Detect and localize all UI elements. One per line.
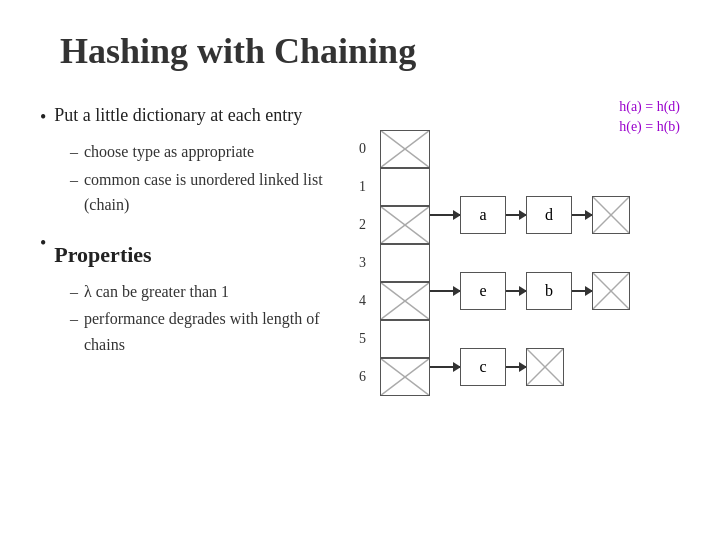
chain-node-b: b	[526, 272, 572, 310]
left-panel: • Put a little dictionary at each entry …	[40, 102, 360, 368]
svg-line-2	[381, 207, 428, 243]
slide-title: Hashing with Chaining	[60, 30, 680, 72]
hash-cell-1: 1	[380, 168, 430, 206]
sub-bullets-1: – choose type as appropriate – common ca…	[70, 139, 360, 218]
svg-line-5	[381, 283, 428, 319]
bullet-dot-2: •	[40, 230, 46, 257]
bullet-1-text: Put a little dictionary at each entry	[54, 102, 302, 129]
svg-line-4	[381, 283, 428, 319]
chain-arrow-2a	[430, 290, 460, 292]
dash-3: –	[70, 279, 78, 305]
sub-bullet-4-text: performance degrades with length of chai…	[84, 306, 360, 357]
chain-node-a: a	[460, 196, 506, 234]
chain-arrow-1c	[572, 214, 592, 216]
svg-line-6	[381, 359, 428, 395]
sub-bullet-2: – common case is unordered linked list (…	[70, 167, 360, 218]
chain-node-e: e	[460, 272, 506, 310]
cell-label-5: 5	[359, 331, 366, 347]
hash-cell-3: 3	[380, 244, 430, 282]
chain-node-d-label: d	[545, 206, 553, 224]
content-area: • Put a little dictionary at each entry …	[40, 102, 680, 420]
svg-line-7	[381, 359, 428, 395]
bullet-2: • Properties	[40, 228, 360, 271]
bullet-1: • Put a little dictionary at each entry	[40, 102, 360, 131]
diagram-wrapper: 0 1 2 3	[380, 130, 650, 420]
chain-node-d: d	[526, 196, 572, 234]
sub-bullet-3-text: λ can be greater than 1	[84, 279, 229, 305]
chain-arrow-2b	[506, 290, 526, 292]
dash-1: –	[70, 139, 78, 165]
right-panel: h(a) = h(d) h(e) = h(b) 0 1	[380, 102, 680, 420]
sub-bullet-4: – performance degrades with length of ch…	[70, 306, 360, 357]
cell-label-1: 1	[359, 179, 366, 195]
hash-cell-0: 0	[380, 130, 430, 168]
sub-bullet-3: – λ can be greater than 1	[70, 279, 360, 305]
chain-arrow-1b	[506, 214, 526, 216]
sub-bullets-2: – λ can be greater than 1 – performance …	[70, 279, 360, 358]
dash-2: –	[70, 167, 78, 193]
chain-row-2: e b	[430, 272, 630, 310]
svg-line-3	[381, 207, 428, 243]
hash-cell-2: 2	[380, 206, 430, 244]
hash-note-line1: h(a) = h(d)	[619, 97, 680, 117]
chain-end-3	[526, 348, 564, 386]
cell-label-4: 4	[359, 293, 366, 309]
cell-label-6: 6	[359, 369, 366, 385]
chain-node-c-label: c	[479, 358, 486, 376]
chain-end-2	[592, 272, 630, 310]
dash-4: –	[70, 306, 78, 332]
chain-arrow-3b	[506, 366, 526, 368]
chain-node-a-label: a	[479, 206, 486, 224]
chain-arrow-1a	[430, 214, 460, 216]
sub-bullet-1-text: choose type as appropriate	[84, 139, 254, 165]
chain-node-e-label: e	[479, 282, 486, 300]
chain-node-c: c	[460, 348, 506, 386]
hash-cell-5: 5	[380, 320, 430, 358]
bullet-dot-1: •	[40, 104, 46, 131]
chain-arrow-3a	[430, 366, 460, 368]
bullet-2-text: Properties	[54, 238, 151, 271]
svg-line-1	[381, 131, 428, 167]
cell-label-2: 2	[359, 217, 366, 233]
chain-end-1	[592, 196, 630, 234]
sub-bullet-2-text: common case is unordered linked list (ch…	[84, 167, 360, 218]
svg-line-0	[381, 131, 428, 167]
cell-label-0: 0	[359, 141, 366, 157]
chain-row-1: a d	[430, 196, 630, 234]
sub-bullet-1: – choose type as appropriate	[70, 139, 360, 165]
hash-cell-6: 6	[380, 358, 430, 396]
chain-node-b-label: b	[545, 282, 553, 300]
slide: Hashing with Chaining • Put a little dic…	[0, 0, 720, 540]
cell-label-3: 3	[359, 255, 366, 271]
hash-cell-4: 4	[380, 282, 430, 320]
chain-arrow-2c	[572, 290, 592, 292]
chain-row-3: c	[430, 348, 564, 386]
